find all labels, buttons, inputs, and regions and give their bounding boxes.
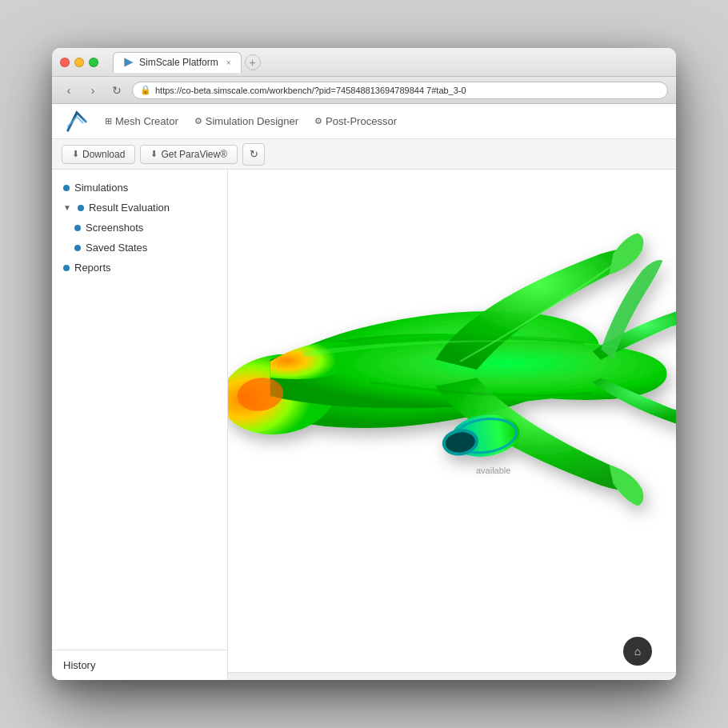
expand-icon: ▼: [63, 203, 71, 212]
saved-states-label: Saved States: [86, 242, 147, 254]
forward-button[interactable]: ›: [84, 82, 102, 99]
tab-favicon: [123, 57, 134, 68]
main-content: Simulations ▼ Result Evaluation Screensh…: [52, 170, 676, 680]
simulation-designer-label: Simulation Designer: [206, 115, 298, 127]
new-tab-button[interactable]: +: [245, 54, 261, 70]
sidebar-item-result-evaluation[interactable]: ▼ Result Evaluation: [52, 198, 227, 218]
browser-tab[interactable]: SimScale Platform ×: [113, 52, 242, 73]
simulation-designer-nav[interactable]: ⚙ Simulation Designer: [194, 115, 298, 127]
post-processor-label: Post-Processor: [326, 115, 397, 127]
download-button[interactable]: ⬇ Download: [62, 145, 135, 164]
sidebar-item-reports[interactable]: Reports: [52, 258, 227, 278]
app-nav: ⊞ Mesh Creator ⚙ Simulation Designer ⚙ P…: [105, 115, 397, 127]
tab-title: SimScale Platform: [139, 57, 218, 68]
minimize-button[interactable]: [74, 58, 84, 67]
download-label: Download: [82, 149, 125, 160]
post-processor-icon: ⚙: [314, 116, 322, 126]
refresh-nav-button[interactable]: ↻: [108, 82, 126, 99]
airplane-svg: [228, 170, 676, 602]
traffic-lights: [60, 58, 98, 67]
sidebar-item-screenshots[interactable]: Screenshots: [52, 218, 227, 238]
airplane-group: [228, 234, 676, 506]
sidebar: Simulations ▼ Result Evaluation Screensh…: [52, 170, 228, 680]
mesh-creator-nav[interactable]: ⊞ Mesh Creator: [105, 115, 178, 127]
close-button[interactable]: [60, 58, 70, 67]
download-icon: ⬇: [72, 149, 79, 159]
screenshots-label: Screenshots: [86, 222, 143, 234]
post-processor-nav[interactable]: ⚙ Post-Processor: [314, 115, 397, 127]
history-bar: History: [52, 650, 228, 680]
simulation-designer-icon: ⚙: [194, 116, 202, 126]
saved-states-dot: [74, 245, 81, 251]
airplane-container: [228, 170, 676, 618]
simulations-label: Simulations: [74, 182, 128, 194]
mesh-creator-label: Mesh Creator: [115, 115, 178, 127]
not-available-text: available: [476, 466, 510, 475]
secure-lock-icon: 🔒: [140, 85, 151, 95]
refresh-icon: ↻: [250, 148, 258, 160]
reports-dot: [63, 265, 70, 271]
get-paraview-icon: ⬇: [150, 149, 158, 159]
history-label: History: [63, 659, 95, 671]
result-evaluation-dot: [78, 205, 84, 211]
tab-close-btn[interactable]: ×: [226, 58, 231, 67]
app-toolbar: ⊞ Mesh Creator ⚙ Simulation Designer ⚙ P…: [52, 104, 676, 139]
home-button[interactable]: ⌂: [623, 637, 652, 666]
bottom-scrollbar[interactable]: [228, 672, 676, 680]
maximize-button[interactable]: [89, 58, 98, 67]
title-bar: SimScale Platform × +: [52, 48, 676, 77]
tab-area: SimScale Platform × +: [113, 52, 668, 73]
result-evaluation-label: Result Evaluation: [89, 202, 170, 214]
reports-label: Reports: [74, 262, 111, 274]
url-input[interactable]: [132, 82, 668, 99]
simscale-logo: [65, 110, 89, 134]
action-refresh-button[interactable]: ↻: [242, 143, 265, 166]
sidebar-item-simulations[interactable]: Simulations: [52, 178, 227, 198]
simulations-dot: [63, 185, 70, 191]
address-bar: ‹ › ↻ 🔒: [52, 77, 676, 104]
screenshots-dot: [74, 225, 81, 231]
mac-window: SimScale Platform × + ‹ › ↻ 🔒: [52, 48, 676, 680]
get-paraview-button[interactable]: ⬇ Get ParaView®: [140, 145, 238, 164]
get-paraview-label: Get ParaView®: [161, 149, 227, 160]
mesh-creator-icon: ⊞: [105, 116, 112, 126]
back-button[interactable]: ‹: [60, 82, 78, 99]
viewport: available: [228, 170, 676, 680]
action-bar: ⬇ Download ⬇ Get ParaView® ↻: [52, 139, 676, 170]
sidebar-item-saved-states[interactable]: Saved States: [52, 238, 227, 258]
home-icon: ⌂: [634, 645, 641, 658]
